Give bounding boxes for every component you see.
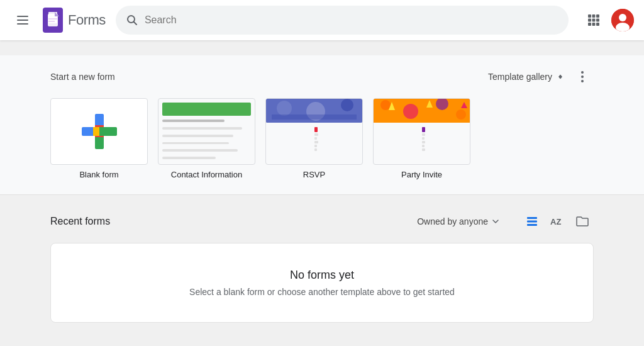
rsvp-form-label: RSVP xyxy=(303,170,325,179)
svg-rect-5 xyxy=(48,21,55,22)
rsvp-line-3 xyxy=(314,141,318,143)
party-line-1 xyxy=(422,133,426,136)
rsvp-form-thumb xyxy=(265,98,363,165)
app-logo[interactable]: Forms xyxy=(43,8,106,33)
google-plus-icon xyxy=(82,114,117,149)
recent-title: Recent forms xyxy=(50,216,110,227)
party-title-bar xyxy=(422,127,425,132)
party-form-thumb xyxy=(373,98,470,165)
empty-state: No forms yet Select a blank form or choo… xyxy=(50,243,594,323)
google-apps-button[interactable] xyxy=(581,8,606,33)
more-options-button[interactable] xyxy=(571,65,594,88)
nav-right xyxy=(581,8,634,33)
svg-rect-0 xyxy=(17,16,28,17)
template-gallery-button[interactable]: Template gallery xyxy=(488,71,566,82)
party-header-image xyxy=(374,99,470,123)
app-logo-icon xyxy=(43,8,63,33)
svg-text:AZ: AZ xyxy=(550,217,561,226)
svg-rect-12 xyxy=(592,19,595,22)
section-title: Start a new form xyxy=(50,72,115,82)
svg-point-26 xyxy=(341,99,353,111)
section-header: Start a new form Template gallery xyxy=(50,65,594,88)
search-icon xyxy=(126,14,138,26)
svg-rect-13 xyxy=(596,19,599,22)
svg-rect-1 xyxy=(17,20,28,21)
template-cards: Blank form Contact Information xyxy=(50,98,594,179)
rsvp-line-5 xyxy=(314,148,318,151)
recent-section: Recent forms Owned by anyone AZ xyxy=(0,195,644,338)
topbar: Forms xyxy=(0,0,644,40)
contact-header-bar xyxy=(162,103,251,116)
main-content: Start a new form Template gallery xyxy=(0,40,644,346)
svg-point-30 xyxy=(403,104,418,119)
svg-rect-8 xyxy=(588,14,591,18)
svg-point-24 xyxy=(277,101,292,116)
owned-by-button[interactable]: Owned by anyone xyxy=(417,216,501,226)
hamburger-button[interactable] xyxy=(10,8,35,33)
template-card-contact[interactable]: Contact Information xyxy=(158,98,255,179)
blank-form-label: Blank form xyxy=(79,170,118,179)
party-line-4 xyxy=(422,145,425,147)
party-form-label: Party Invite xyxy=(401,170,442,179)
svg-rect-37 xyxy=(527,221,537,223)
party-line-3 xyxy=(422,141,426,143)
template-card-party[interactable]: Party Invite xyxy=(373,98,470,179)
list-view-button[interactable] xyxy=(521,210,543,233)
template-card-rsvp[interactable]: RSVP xyxy=(265,98,363,179)
rsvp-line-4 xyxy=(314,145,317,147)
rsvp-title-bar xyxy=(314,127,318,132)
svg-point-21 xyxy=(581,75,584,78)
svg-point-22 xyxy=(581,80,584,82)
app-name-label: Forms xyxy=(68,12,106,28)
svg-point-32 xyxy=(456,109,466,120)
search-input[interactable] xyxy=(145,14,558,26)
svg-rect-27 xyxy=(272,114,357,120)
rsvp-header-image xyxy=(266,99,362,123)
search-bar xyxy=(116,6,569,35)
empty-state-subtitle: Select a blank form or choose another te… xyxy=(66,287,578,297)
svg-rect-36 xyxy=(527,217,537,219)
recent-header: Recent forms Owned by anyone AZ xyxy=(50,210,594,233)
contact-form-label: Contact Information xyxy=(171,170,242,179)
sort-button[interactable]: AZ xyxy=(546,210,569,233)
svg-rect-9 xyxy=(592,14,595,18)
folder-button[interactable] xyxy=(571,210,594,233)
svg-rect-15 xyxy=(592,23,595,26)
dropdown-arrow-icon xyxy=(491,216,501,226)
contact-form-thumb xyxy=(158,98,255,165)
empty-state-title: No forms yet xyxy=(66,269,578,282)
svg-point-20 xyxy=(581,71,584,74)
svg-line-7 xyxy=(133,22,136,25)
rsvp-line-2 xyxy=(314,137,318,140)
blank-form-thumb xyxy=(50,98,148,165)
new-form-section: Start a new form Template gallery xyxy=(0,55,644,195)
rsvp-line-1 xyxy=(314,133,318,136)
svg-point-29 xyxy=(380,100,391,110)
svg-point-18 xyxy=(619,14,626,21)
svg-rect-14 xyxy=(588,23,591,26)
svg-rect-11 xyxy=(588,19,591,22)
expand-icon xyxy=(555,71,566,82)
svg-rect-38 xyxy=(527,224,537,226)
party-line-5 xyxy=(422,148,426,151)
header-right: Template gallery xyxy=(488,65,594,88)
svg-rect-4 xyxy=(48,18,57,20)
avatar[interactable] xyxy=(611,9,634,31)
svg-rect-16 xyxy=(596,23,599,26)
template-card-blank[interactable]: Blank form xyxy=(50,98,148,179)
svg-rect-10 xyxy=(596,14,599,18)
svg-rect-2 xyxy=(17,23,28,25)
party-line-2 xyxy=(422,137,425,140)
view-icons: AZ xyxy=(521,210,594,233)
